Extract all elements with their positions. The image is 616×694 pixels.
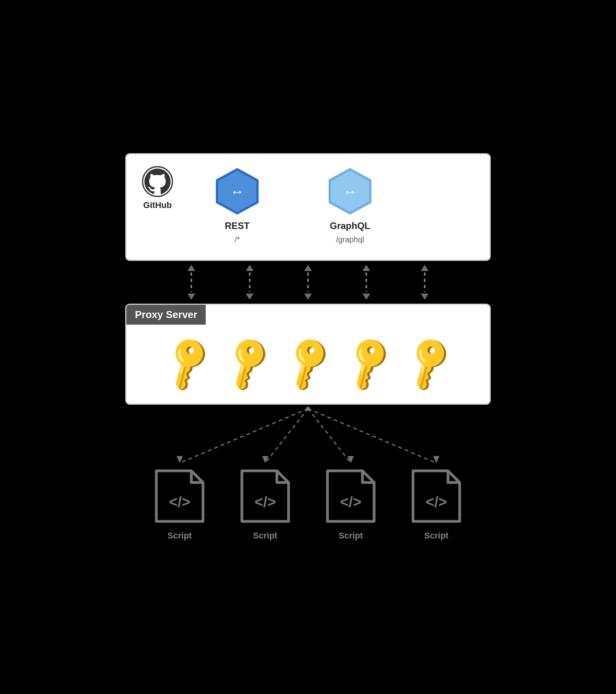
svg-point-15 [306, 407, 310, 411]
proxy-server-label: Proxy Server [126, 305, 206, 325]
svg-text:</>: </> [255, 494, 276, 510]
arrow-down-icon [304, 294, 312, 300]
arrow-4 [362, 265, 370, 300]
arrow-line [366, 273, 367, 292]
svg-text:↔: ↔ [230, 184, 244, 199]
script-item-4: </> Script [409, 467, 464, 541]
key-icon-1: 🔑 [157, 333, 218, 391]
arrow-down-icon [246, 294, 254, 300]
github-icon [142, 166, 173, 197]
scripts-row: </> Script </> Script </> Script [125, 467, 491, 541]
top-arrows-section [125, 261, 491, 304]
script-label-3: Script [339, 531, 363, 541]
script-label-4: Script [424, 531, 448, 541]
github-label: GitHub [143, 200, 172, 210]
arrows-row [125, 265, 491, 300]
script-label-1: Script [168, 531, 192, 541]
proxy-server-box: Proxy Server 🔑 🔑 🔑 🔑 🔑 [125, 304, 491, 405]
arrow-up-icon [246, 265, 254, 271]
arrow-up-icon [187, 265, 195, 271]
svg-line-13 [308, 409, 436, 463]
architecture-diagram: GitHub ↔ REST /* ↔ GraphQL [125, 153, 491, 541]
arrow-line [424, 273, 425, 292]
svg-line-7 [180, 409, 308, 463]
arrow-up-icon [304, 265, 312, 271]
api-endpoints-group: ↔ REST /* ↔ GraphQL /graphql [212, 166, 375, 244]
script-icon-4: </> [409, 467, 464, 525]
script-icon-2: </> [238, 467, 292, 525]
script-icon-1: </> [152, 467, 207, 525]
svg-text:</>: </> [426, 494, 447, 510]
arrow-3 [304, 265, 312, 300]
rest-path: /* [234, 235, 240, 244]
fan-arrows-svg [125, 405, 491, 467]
fan-arrows-section [125, 405, 491, 467]
github-logo-group: GitHub [142, 166, 173, 210]
rest-endpoint: ↔ REST /* [212, 166, 262, 244]
arrow-2 [246, 265, 254, 300]
svg-text:</>: </> [169, 494, 191, 510]
svg-text:</>: </> [340, 494, 362, 510]
script-item-1: </> Script [152, 467, 207, 541]
svg-marker-8 [177, 456, 183, 463]
key-icon-2: 🔑 [217, 333, 278, 391]
rest-label: REST [225, 220, 250, 231]
arrow-down-icon [362, 294, 370, 300]
arrow-down-icon [421, 294, 429, 300]
arrow-line [191, 273, 192, 292]
svg-marker-14 [433, 456, 439, 463]
arrow-down-icon [187, 294, 195, 300]
graphql-path: /graphql [336, 235, 364, 244]
graphql-label: GraphQL [330, 220, 370, 231]
script-item-2: </> Script [238, 467, 292, 541]
script-item-3: </> Script [324, 467, 378, 541]
svg-text:↔: ↔ [343, 184, 357, 199]
svg-line-9 [265, 409, 308, 463]
arrow-up-icon [362, 265, 370, 271]
graphql-endpoint: ↔ GraphQL /graphql [325, 166, 375, 244]
script-label-2: Script [253, 531, 277, 541]
rest-hexagon-icon: ↔ [212, 166, 262, 217]
proxy-keys-group: 🔑 🔑 🔑 🔑 🔑 [126, 325, 490, 404]
arrow-5 [421, 265, 429, 300]
svg-line-11 [308, 409, 351, 463]
key-icon-5: 🔑 [398, 333, 459, 391]
key-icon-4: 🔑 [338, 333, 399, 391]
arrow-up-icon [421, 265, 429, 271]
script-icon-3: </> [324, 467, 378, 525]
github-api-box: GitHub ↔ REST /* ↔ GraphQL [125, 153, 491, 261]
arrow-line [249, 273, 250, 292]
key-icon-3: 🔑 [277, 333, 339, 391]
arrow-line [307, 273, 309, 292]
arrow-1 [187, 265, 195, 300]
graphql-hexagon-icon: ↔ [325, 166, 375, 217]
